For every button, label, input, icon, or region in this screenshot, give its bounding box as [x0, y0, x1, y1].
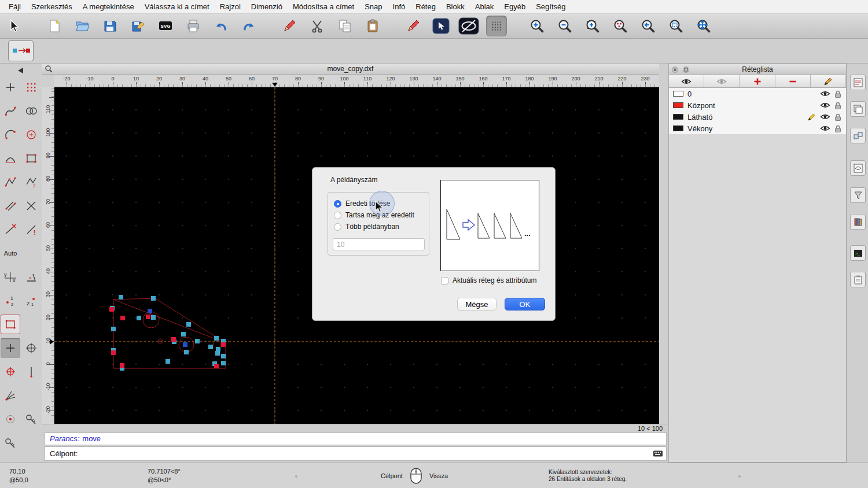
selection-handle-cyan[interactable]: [137, 316, 141, 320]
zoom-window-button[interactable]: [665, 16, 686, 36]
command-input-row[interactable]: Célpont:: [45, 446, 667, 461]
current-tool-button[interactable]: [8, 40, 34, 61]
dock-layer-list-button[interactable]: [850, 101, 866, 117]
menu-seg-ts-g[interactable]: Segítség: [531, 2, 571, 11]
palette-collapse-button[interactable]: [2, 66, 39, 75]
grid-snap-tool[interactable]: [1, 338, 20, 358]
layer-lock-icon[interactable]: [834, 124, 842, 133]
selection-handle-red[interactable]: [221, 342, 226, 347]
menu-inf[interactable]: Infó: [388, 2, 411, 11]
polyline-2-tool[interactable]: 2: [21, 172, 41, 192]
menu-szerkeszt-s[interactable]: Szerkesztés: [26, 2, 78, 11]
lock-relative-tool[interactable]: [1, 433, 20, 453]
add-layer-button[interactable]: [740, 75, 775, 87]
layer-lock-icon[interactable]: [834, 101, 842, 110]
dock-property-editor-button[interactable]: [850, 75, 866, 90]
close-icon[interactable]: [672, 66, 678, 73]
target-snap-tool[interactable]: [1, 362, 20, 382]
use-current-layer-checkbox[interactable]: [441, 277, 448, 284]
zoom-in-button[interactable]: [527, 16, 547, 36]
arc-tool[interactable]: [1, 125, 20, 145]
layer-visibility-icon[interactable]: [820, 113, 830, 121]
menu-m-dos-tsa-a-c-met[interactable]: Módosítsa a címet: [288, 2, 359, 11]
point-snap-tool[interactable]: [1, 409, 20, 429]
selection-handle-cyan[interactable]: [214, 336, 219, 341]
layer-lock-icon[interactable]: [834, 90, 842, 98]
menu-snap[interactable]: Snap: [359, 2, 387, 11]
radio-tartsa-meg-az-eredetit[interactable]: [334, 212, 341, 219]
keyboard-icon[interactable]: [653, 449, 663, 458]
dock-clipboard-button[interactable]: [850, 272, 866, 287]
zoom-out-button[interactable]: [554, 16, 575, 36]
selection-handle-cyan[interactable]: [181, 332, 186, 337]
layer-visibility-icon[interactable]: [820, 101, 830, 109]
menu-blokk[interactable]: Blokk: [441, 2, 470, 11]
selection-handle-cyan[interactable]: [221, 354, 226, 358]
hide-all-layers-button[interactable]: [704, 75, 740, 87]
menu-f-jl[interactable]: Fájl: [3, 2, 26, 11]
coordinate-tool[interactable]: yx: [1, 267, 20, 287]
radio-t-bb-p-ld-nyban[interactable]: [334, 223, 341, 231]
selection-handle-blue[interactable]: [183, 342, 187, 347]
selection-handle-cyan[interactable]: [221, 361, 226, 365]
selection-mode-button[interactable]: [431, 16, 451, 36]
ray-tool[interactable]: [1, 386, 20, 405]
selection-handle-cyan[interactable]: [195, 339, 200, 343]
dock-command-line-button[interactable]: >_: [850, 245, 866, 261]
selection-handle-cyan[interactable]: [151, 296, 156, 301]
selection-handle-red[interactable]: [214, 364, 219, 368]
circle-cross-tool[interactable]: [21, 338, 41, 358]
spline-tool[interactable]: [1, 101, 20, 121]
open-file-button[interactable]: [72, 16, 93, 36]
cancel-button[interactable]: Mégse: [457, 298, 496, 310]
lock-tool[interactable]: [21, 409, 41, 429]
snap-middle-tool[interactable]: 12: [1, 291, 20, 310]
selection-handle-cyan[interactable]: [111, 327, 116, 331]
arc-chord-tool[interactable]: [1, 149, 20, 168]
dock-filter-button[interactable]: [850, 187, 866, 203]
cut-scissors-button[interactable]: [307, 16, 328, 36]
selection-handle-cyan[interactable]: [151, 315, 156, 320]
layer-row-v-kony[interactable]: Vékony: [669, 123, 846, 134]
menu-ablak[interactable]: Ablak: [470, 2, 499, 11]
menu-a-megtekint-se[interactable]: A megtekintése: [78, 2, 139, 11]
delete-segment-tool[interactable]: [1, 220, 20, 239]
vertical-line-tool[interactable]: [21, 362, 41, 382]
selection-handle-cyan[interactable]: [184, 350, 189, 354]
two-circles-tool[interactable]: [21, 101, 41, 121]
parallel-lines-tool[interactable]: [1, 196, 20, 216]
layer-row-0[interactable]: 0: [669, 88, 846, 99]
menu-egy-b[interactable]: Egyéb: [499, 2, 531, 11]
copy-button[interactable]: [334, 16, 355, 36]
selected-circle[interactable]: [158, 339, 163, 343]
selection-handle-blue[interactable]: [148, 309, 152, 313]
menu-r-teg[interactable]: Réteg: [410, 2, 441, 11]
radio-eredeti-t-rl-se[interactable]: [334, 200, 341, 208]
line-warning-tool[interactable]: !: [21, 220, 41, 239]
selection-handle-cyan[interactable]: [119, 295, 123, 300]
edit-layer-button[interactable]: [811, 75, 846, 87]
selection-handle-red[interactable]: [120, 363, 124, 368]
circle-center-tool[interactable]: [21, 125, 41, 145]
cross-lines-tool[interactable]: [21, 196, 41, 216]
show-all-layers-button[interactable]: [669, 75, 704, 87]
rectangle-tool[interactable]: [21, 149, 41, 168]
selection-handle-cyan[interactable]: [208, 345, 213, 349]
snap-distance-tool[interactable]: 21: [21, 291, 41, 310]
selection-handle-red[interactable]: [120, 316, 125, 320]
menu-v-lassza-ki-a-c-met[interactable]: Válassza ki a címet: [139, 2, 215, 11]
point-grid-tool[interactable]: [21, 77, 41, 97]
auto-snap-button[interactable]: Auto: [1, 243, 20, 263]
auto-zoom-button[interactable]: [582, 16, 603, 36]
layer-row-l-that[interactable]: Látható: [669, 111, 846, 123]
crosshair-tool[interactable]: [1, 77, 20, 97]
selection-cursor-button[interactable]: [3, 16, 24, 36]
pan-zoom-button[interactable]: [693, 16, 714, 36]
menu-dimenzi[interactable]: Dimenzió: [246, 2, 288, 11]
selection-handle-cyan[interactable]: [215, 351, 220, 356]
selection-handle-cyan[interactable]: [186, 322, 191, 327]
save-button[interactable]: [100, 16, 120, 36]
dock-block-list-button[interactable]: [850, 128, 866, 143]
angle-tool[interactable]: a: [21, 267, 41, 287]
print-button[interactable]: [183, 16, 204, 36]
